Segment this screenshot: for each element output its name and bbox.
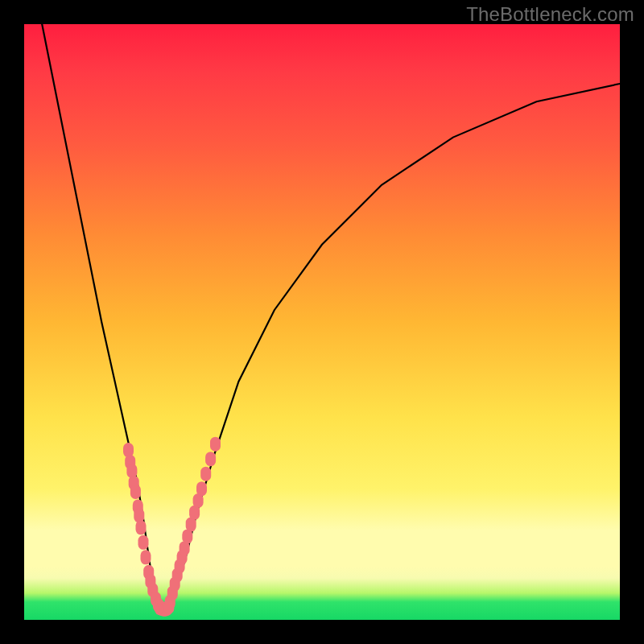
data-point <box>200 467 211 481</box>
data-point <box>163 600 174 614</box>
data-point <box>196 481 207 496</box>
data-point <box>130 485 141 499</box>
data-point <box>138 535 149 550</box>
chart-svg <box>24 24 620 620</box>
data-points-layer <box>123 437 221 617</box>
curve-layer <box>42 24 620 608</box>
data-point <box>136 520 147 535</box>
bottleneck-curve <box>42 24 620 608</box>
plot-area <box>24 24 620 620</box>
data-point <box>141 550 151 564</box>
data-point <box>210 437 221 452</box>
data-point <box>205 452 216 466</box>
chart-frame: TheBottleneck.com <box>0 0 644 644</box>
watermark-text: TheBottleneck.com <box>466 3 634 26</box>
